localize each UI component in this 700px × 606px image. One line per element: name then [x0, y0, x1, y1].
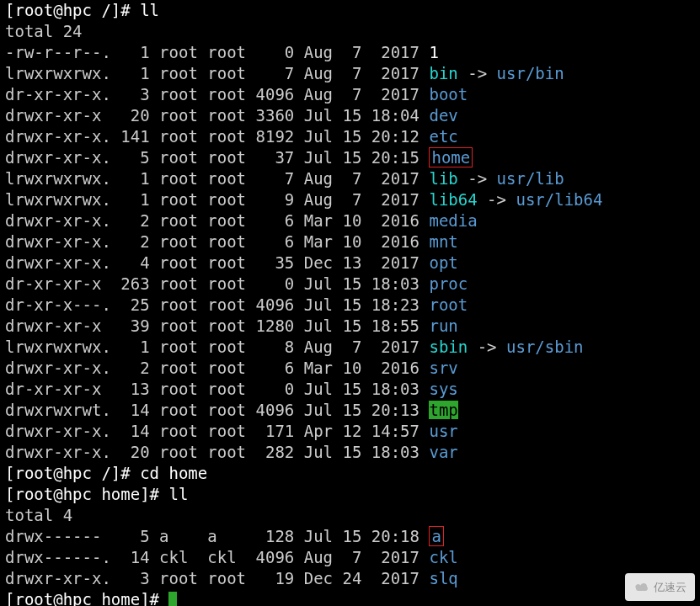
- listing-row: drwxr-xr-x. 4 root root 35 Dec 13 2017 o…: [5, 252, 695, 274]
- link-count: 20: [120, 443, 149, 461]
- link-count: 14: [120, 401, 149, 419]
- listing-row: drwxr-xr-x. 20 root root 282 Jul 15 18:0…: [5, 442, 695, 463]
- date: Mar 10 2016: [304, 211, 419, 230]
- listing-row: drwxr-xr-x. 2 root root 6 Mar 10 2016 mn…: [5, 231, 695, 252]
- date: Jul 15 20:18: [304, 527, 419, 545]
- listing-row: dr-xr-xr-x 263 root root 0 Jul 15 18:03 …: [5, 274, 695, 295]
- group: root: [207, 106, 246, 125]
- owner: root: [159, 380, 198, 398]
- size: 8192: [256, 127, 295, 146]
- file-name: var: [429, 443, 457, 461]
- owner: root: [159, 569, 198, 587]
- link-count: 263: [120, 274, 149, 293]
- date: Jul 15 20:15: [304, 148, 419, 167]
- link-count: 141: [120, 127, 149, 146]
- owner: root: [159, 422, 198, 440]
- shell-prompt: [root@hpc home]#: [5, 485, 168, 503]
- command: ll: [168, 485, 188, 503]
- permissions: drwxr-xr-x.: [5, 253, 111, 272]
- size: 4096: [256, 295, 295, 314]
- size: 6: [256, 359, 295, 377]
- group: root: [207, 274, 246, 293]
- date: Aug 7 2017: [304, 64, 419, 82]
- listing-row: drwxr-xr-x. 141 root root 8192 Jul 15 20…: [5, 126, 695, 147]
- group: root: [207, 64, 246, 82]
- permissions: drwx------: [5, 527, 111, 545]
- file-name: boot: [429, 85, 468, 104]
- date: Jul 15 18:03: [304, 380, 419, 398]
- group: ckl: [207, 548, 246, 566]
- group: root: [207, 253, 246, 272]
- date: Mar 10 2016: [304, 359, 419, 377]
- permissions: drwxr-xr-x.: [5, 359, 111, 377]
- listing-row: drwxr-xr-x 39 root root 1280 Jul 15 18:5…: [5, 316, 695, 337]
- owner: root: [159, 190, 198, 209]
- link-count: 1: [120, 169, 149, 188]
- group: root: [207, 190, 246, 209]
- permissions: lrwxrwxrwx.: [5, 338, 111, 356]
- size: 0: [256, 380, 295, 398]
- date: Mar 10 2016: [304, 232, 419, 251]
- listing-row: drwxr-xr-x. 3 root root 19 Dec 24 2017 s…: [5, 568, 695, 589]
- link-count: 14: [120, 548, 149, 566]
- link-count: 13: [120, 380, 149, 398]
- size: 282: [256, 443, 295, 461]
- listing-row: drwx------. 14 ckl ckl 4096 Aug 7 2017 c…: [5, 547, 695, 568]
- symlink-target: usr/lib: [497, 169, 564, 188]
- date: Jul 15 18:03: [304, 443, 419, 461]
- size: 35: [256, 253, 295, 272]
- group: root: [207, 211, 246, 230]
- link-count: 20: [120, 106, 149, 125]
- command: cd home: [140, 464, 207, 482]
- listing-row: lrwxrwxrwx. 1 root root 8 Aug 7 2017 sbi…: [5, 337, 695, 358]
- owner: root: [159, 443, 198, 461]
- file-name: usr: [429, 422, 457, 440]
- cursor: [168, 592, 177, 606]
- symlink-target: usr/bin: [497, 64, 564, 82]
- permissions: drwxr-xr-x.: [5, 422, 111, 440]
- permissions: drwxr-xr-x.: [5, 148, 111, 167]
- size: 171: [256, 422, 295, 440]
- link-count: 1: [120, 64, 149, 82]
- permissions: drwxr-xr-x: [5, 106, 111, 125]
- link-count: 2: [120, 211, 149, 230]
- listing-row: drwxrwxrwt. 14 root root 4096 Jul 15 20:…: [5, 400, 695, 421]
- file-name: root: [429, 295, 468, 314]
- date: Jul 15 18:23: [304, 295, 419, 314]
- owner: ckl: [159, 548, 198, 566]
- size: 9: [256, 190, 295, 209]
- symlink-arrow: ->: [458, 169, 497, 188]
- owner: root: [159, 211, 198, 230]
- group: root: [207, 316, 246, 335]
- owner: root: [159, 106, 198, 125]
- date: Apr 12 14:57: [304, 422, 419, 440]
- size: 128: [256, 527, 295, 545]
- listing-row: dr-xr-xr-x. 3 root root 4096 Aug 7 2017 …: [5, 84, 695, 105]
- file-name: media: [429, 211, 477, 230]
- symlink-target: usr/sbin: [506, 338, 584, 356]
- date: Jul 15 18:03: [304, 274, 419, 293]
- owner: root: [159, 253, 198, 272]
- group: root: [207, 569, 246, 587]
- size: 7: [256, 64, 295, 82]
- symlink-target: usr/lib64: [516, 190, 602, 209]
- size: 0: [256, 43, 295, 61]
- permissions: drwxr-xr-x.: [5, 569, 111, 587]
- link-count: 25: [120, 295, 149, 314]
- file-name: tmp: [429, 401, 457, 419]
- terminal-output[interactable]: [root@hpc /]# lltotal 24-rw-r--r--. 1 ro…: [0, 0, 700, 606]
- link-count: 1: [120, 338, 149, 356]
- permissions: lrwxrwxrwx.: [5, 190, 111, 209]
- command: ll: [140, 1, 159, 19]
- link-count: 3: [120, 85, 149, 104]
- size: 8: [256, 338, 295, 356]
- link-count: 2: [120, 232, 149, 251]
- date: Aug 7 2017: [304, 85, 419, 104]
- owner: root: [159, 148, 198, 167]
- file-name: sys: [429, 380, 457, 398]
- cloud-icon: [633, 582, 650, 593]
- permissions: drwxr-xr-x.: [5, 211, 111, 230]
- size: 1280: [256, 316, 295, 335]
- permissions: drwxr-xr-x.: [5, 232, 111, 251]
- permissions: dr-xr-xr-x.: [5, 85, 111, 104]
